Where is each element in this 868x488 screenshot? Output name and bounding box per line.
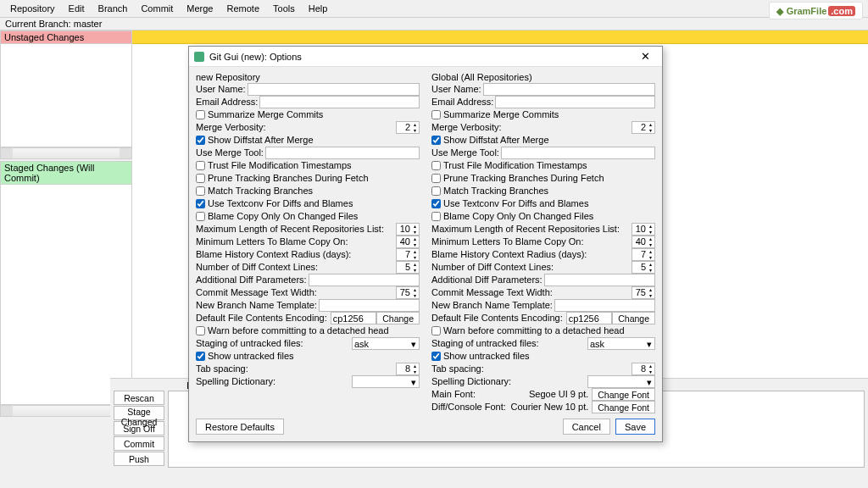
merge-verbosity-spin[interactable]: 2▴▾	[396, 121, 420, 134]
prune-checkbox[interactable]	[196, 174, 205, 183]
trust-ts-checkbox[interactable]	[196, 161, 205, 170]
unstaged-hscroll[interactable]	[0, 147, 132, 159]
options-dialog: Git Gui (new): Options ✕ new Repository …	[188, 46, 663, 442]
show-untracked-checkbox[interactable]	[196, 352, 205, 361]
merge-tool-input[interactable]	[265, 147, 420, 159]
close-icon[interactable]: ✕	[634, 50, 657, 63]
menu-remote[interactable]: Remote	[221, 2, 264, 15]
staged-list[interactable]	[0, 185, 132, 405]
chevron-down-icon: ▾	[409, 338, 419, 349]
g-diff-params-input[interactable]	[544, 274, 655, 286]
g-email-input[interactable]	[495, 96, 655, 108]
save-button[interactable]: Save	[615, 419, 655, 435]
spell-dict-select[interactable]: ▾	[352, 375, 420, 388]
g-blame-history-spin[interactable]: 7▴▾	[632, 248, 655, 261]
user-name-input[interactable]	[248, 83, 420, 96]
warn-detached-checkbox[interactable]	[196, 326, 205, 336]
chevron-down-icon: ▾	[409, 376, 419, 387]
g-show-diffstat-checkbox[interactable]	[431, 136, 441, 145]
global-heading: Global (All Repositories)	[431, 72, 655, 82]
menu-tools[interactable]: Tools	[268, 2, 300, 15]
repo-heading: new Repository	[196, 72, 420, 82]
g-user-name-input[interactable]	[483, 83, 655, 96]
encoding-change-button[interactable]: Change	[376, 312, 420, 324]
menu-repository[interactable]: Repository	[5, 2, 60, 15]
unstaged-header[interactable]: Unstaged Changes	[0, 30, 132, 44]
menu-branch[interactable]: Branch	[93, 2, 133, 15]
staged-header[interactable]: Staged Changes (Will Commit)	[0, 161, 132, 185]
g-encoding-change-button[interactable]: Change	[612, 312, 655, 324]
diff-header-bar	[132, 30, 868, 44]
global-options-col: Global (All Repositories) User Name: Ema…	[431, 72, 655, 413]
app-icon	[194, 52, 204, 62]
console-font-button[interactable]: Change Font	[592, 401, 655, 413]
max-recent-spin[interactable]: 10▴▾	[396, 223, 420, 236]
restore-defaults-button[interactable]: Restore Defaults	[196, 419, 284, 435]
g-blame-copy-checkbox[interactable]	[431, 212, 441, 221]
menu-bar: Repository Edit Branch Commit Merge Remo…	[0, 0, 868, 17]
g-show-untracked-checkbox[interactable]	[431, 352, 441, 361]
context-lines-spin[interactable]: 5▴▾	[396, 261, 420, 274]
unstaged-list[interactable]	[0, 44, 132, 147]
g-tab-spacing-spin[interactable]: 8▴▾	[632, 363, 655, 375]
g-commit-width-spin[interactable]: 75▴▾	[632, 286, 655, 299]
g-merge-tool-input[interactable]	[501, 147, 655, 159]
branch-bar: Current Branch: master	[0, 17, 868, 30]
g-trust-ts-checkbox[interactable]	[431, 161, 441, 170]
repo-options-col: new Repository User Name: Email Address:…	[196, 72, 420, 413]
match-branches-checkbox[interactable]	[196, 186, 205, 196]
g-max-recent-spin[interactable]: 10▴▾	[632, 223, 655, 236]
g-branch-template-input[interactable]	[554, 299, 655, 312]
staging-untracked-select[interactable]: ask▾	[352, 337, 420, 350]
g-encoding-input[interactable]: cp1256	[566, 312, 613, 324]
g-staging-untracked-select[interactable]: ask▾	[587, 337, 655, 350]
main-font-button[interactable]: Change Font	[592, 388, 655, 401]
console-font-value: Courier New 10 pt.	[511, 401, 589, 413]
branch-label: Current Branch:	[5, 19, 71, 29]
g-textconv-checkbox[interactable]	[431, 199, 441, 208]
textconv-checkbox[interactable]	[196, 199, 205, 208]
tab-spacing-spin[interactable]: 8▴▾	[396, 363, 420, 375]
blame-copy-checkbox[interactable]	[196, 212, 205, 221]
g-summarize-merge-checkbox[interactable]	[431, 110, 441, 119]
chevron-down-icon: ▾	[644, 376, 654, 387]
min-letters-spin[interactable]: 40▴▾	[396, 236, 420, 248]
email-input[interactable]	[259, 96, 420, 108]
g-warn-detached-checkbox[interactable]	[431, 326, 441, 336]
menu-commit[interactable]: Commit	[136, 2, 178, 15]
logo-icon: ◆	[776, 6, 783, 16]
commit-button[interactable]: Commit	[114, 436, 164, 451]
branch-template-input[interactable]	[319, 299, 420, 312]
show-diffstat-checkbox[interactable]	[196, 136, 205, 145]
menu-help[interactable]: Help	[303, 2, 333, 15]
cancel-button[interactable]: Cancel	[563, 419, 610, 435]
scroll-right-icon[interactable]	[120, 148, 131, 158]
blame-history-spin[interactable]: 7▴▾	[396, 248, 420, 261]
main-font-value: Segoe UI 9 pt.	[529, 388, 588, 401]
g-spell-dict-select[interactable]: ▾	[587, 375, 655, 388]
dialog-title: Git Gui (new): Options	[209, 52, 302, 62]
commit-width-spin[interactable]: 75▴▾	[396, 286, 420, 299]
scroll-left-icon[interactable]	[1, 406, 13, 416]
chevron-down-icon: ▾	[644, 338, 654, 349]
rescan-button[interactable]: Rescan	[114, 391, 164, 405]
g-merge-verbosity-spin[interactable]: 2▴▾	[632, 121, 655, 134]
encoding-input[interactable]: cp1256	[331, 312, 377, 324]
summarize-merge-checkbox[interactable]	[196, 110, 205, 119]
diff-params-input[interactable]	[309, 274, 420, 286]
menu-merge[interactable]: Merge	[181, 2, 218, 15]
logo: ◆ GramFile.com	[769, 2, 863, 19]
g-prune-checkbox[interactable]	[431, 174, 441, 183]
stage-changed-button[interactable]: Stage Changed	[114, 406, 164, 420]
g-min-letters-spin[interactable]: 40▴▾	[632, 236, 655, 248]
branch-name: master	[74, 19, 103, 29]
menu-edit[interactable]: Edit	[64, 2, 90, 15]
scroll-left-icon[interactable]	[1, 148, 13, 158]
push-button[interactable]: Push	[114, 452, 164, 466]
g-match-branches-checkbox[interactable]	[431, 186, 441, 196]
g-context-lines-spin[interactable]: 5▴▾	[632, 261, 655, 274]
